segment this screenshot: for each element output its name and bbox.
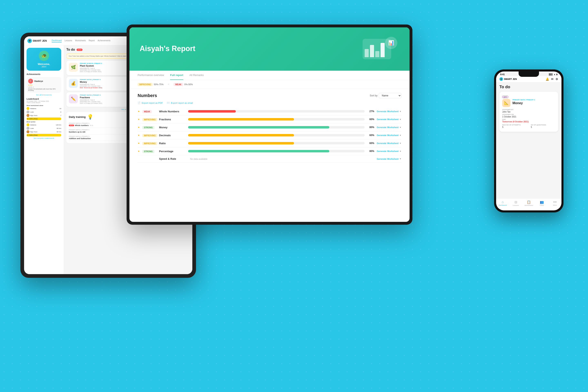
todo-badge: NEW [76, 48, 82, 51]
phone-logo: 🎓 SMART JEN [499, 77, 517, 81]
most-worksheet-label: Most worksheet done [26, 104, 61, 106]
see-leaderboards-link[interactable]: See complete Leaderboards [26, 137, 61, 139]
tablet-left-panel: 🐢 Welcome, John! Achievements 🎯 Hawkeye … [24, 45, 64, 274]
star-decimals: ★ [138, 134, 140, 137]
topic-status-ratio: IMPROVING [142, 141, 157, 145]
generate-btn-ratio[interactable]: Generate Worksheet ▼ [377, 142, 401, 144]
phone-mail-icon[interactable]: ✉ [551, 78, 554, 81]
export-email-label: Export report as email [171, 102, 193, 104]
phone-screen: 9:41 ▌▌▌ ▲ ▮ 🎓 SMART JEN 🔔 ✉ ⚙ To do Q [496, 72, 562, 210]
lb-highlight-row: 4 John (You) [26, 118, 61, 120]
phone-tab-worksheets[interactable]: 📋 Worksheets [522, 200, 535, 206]
nav-dashboard[interactable]: Dashboard [52, 39, 62, 42]
export-pdf-btn[interactable]: 📄 Export report as PDF [138, 102, 163, 104]
lb-row-4: 4 John (You) [26, 118, 61, 120]
sort-dropdown[interactable]: Name Performance [379, 93, 401, 98]
more-tab-icon: ••• [553, 200, 557, 204]
dashboard-tab-label: Dashboard [499, 204, 507, 206]
phone-max-attempts-value: 5 [502, 126, 527, 128]
leaderboard-section: Leaderboard 24 October 2021 - 31 October… [26, 98, 61, 139]
export-email-btn[interactable]: ✉️ Export report as email [167, 102, 193, 104]
topic-bar-fill-ratio [188, 142, 294, 144]
topic-bar-fractions [188, 118, 365, 120]
lb-rank-3: 3 [26, 114, 29, 117]
star-percentage: ★ [138, 150, 140, 152]
nav-report[interactable]: Report [89, 39, 95, 42]
status-badge-money: STRONG [142, 126, 154, 129]
phone-settings-icon[interactable]: ⚙ [556, 78, 558, 81]
phone-tab-class[interactable]: 👥 Class [535, 200, 548, 206]
nav-lessons[interactable]: Lessons [64, 39, 72, 42]
topic-bar-fill-money [188, 126, 329, 128]
lb-name-2: Luke [30, 111, 60, 113]
topic-name-speed-rate: Speed & Rate [159, 157, 186, 160]
topic-bar-percentage [188, 150, 365, 152]
phone-due: Tomorrow (4 October 2021) [502, 120, 555, 123]
status-badge-fractions: IMPROVING [142, 118, 157, 121]
phone-time: 9:41 [500, 73, 505, 76]
chevron-ratio: ▼ [399, 142, 401, 144]
email-icon: ✉️ [167, 102, 170, 104]
assign-icon-1: 🌿 [69, 63, 78, 72]
legend-badge-weak: WEAK [173, 83, 183, 86]
export-bar: 📄 Export report as PDF ✉️ Export report … [138, 102, 401, 104]
phone-tab-more[interactable]: ••• More [548, 200, 562, 206]
achievement-stars: ★★★ [28, 84, 60, 86]
export-pdf-label: Export report as PDF [142, 102, 163, 104]
lb-active-val-1: 128 hrs [56, 124, 61, 126]
wifi-icon: ▲ [554, 73, 556, 76]
phone-tab-lessons[interactable]: ⊟ Lessons [509, 200, 522, 206]
tab-all-remarks[interactable]: All Remarks [189, 71, 204, 80]
phone-logo-icon: 🎓 [499, 77, 503, 81]
phone-status-icons: ▌▌▌ ▲ ▮ [549, 73, 557, 76]
phone-card-badge: QUIZ [502, 96, 508, 98]
phone-notch [519, 72, 539, 77]
tab-performance-overview[interactable]: Performance overview [138, 71, 164, 80]
chevron-speed-rate: ▼ [399, 158, 401, 160]
more-tab-label: More [553, 204, 557, 206]
topic-name-money: Money [159, 126, 186, 129]
topic-pct-percentage: 80% [367, 150, 374, 152]
generate-btn-decimals[interactable]: Generate Worksheet ▼ [377, 134, 401, 136]
phone-bell-icon[interactable]: 🔔 [546, 78, 549, 81]
topic-bar-fill-decimals [188, 134, 294, 136]
phone-no-questions-value: 5 [531, 126, 555, 128]
lb-active-name-3: Mya Yoon [30, 131, 56, 133]
nav-achievements[interactable]: Achievements [98, 39, 110, 42]
donut-chart-icon: 📊 [385, 37, 397, 49]
generate-btn-fractions[interactable]: Generate Worksheet ▼ [377, 118, 401, 120]
topic-row-speed-rate: ★ Speed & Rate No data available Generat… [138, 155, 401, 162]
tab-full-report[interactable]: Full report [170, 71, 183, 80]
topic-bar-ratio [188, 142, 365, 144]
see-achievements-link[interactable]: See all Achievements [26, 94, 61, 96]
lb-active-highlight-rank: 4 [27, 134, 28, 136]
phone-tab-dashboard[interactable]: ⌂ Dashboard [496, 200, 509, 206]
topic-status-percentage: STRONG [142, 149, 157, 153]
generate-btn-money[interactable]: Generate Worksheet ▼ [377, 126, 401, 128]
topic-name-whole-numbers: Whole Numbers [159, 110, 186, 113]
phone-no-questions-label: NO OF QUESTIONS [531, 124, 555, 126]
nav-worksheets[interactable]: Worksheets [75, 39, 86, 42]
generate-btn-percentage[interactable]: Generate Worksheet ▼ [377, 150, 401, 152]
lessons-tab-label: Lessons [513, 204, 519, 206]
lb-active-rank-1: 1 [26, 124, 29, 126]
topic-pct-money: 80% [367, 126, 374, 129]
logo-text: SMART JEN [33, 40, 47, 42]
daily-training-title: Daily training [69, 116, 85, 118]
lb-active-val-3: 80 hrs [57, 131, 61, 133]
lb-val-1: 10 [59, 108, 61, 110]
legend-separator: × [168, 82, 169, 86]
generate-btn-speed-rate[interactable]: Generate Worksheet ▼ [377, 158, 401, 160]
class-tab-label: Class [540, 204, 544, 206]
topic-status-fractions: IMPROVING [142, 118, 157, 121]
topic-pct-whole-numbers: 27% [367, 110, 374, 113]
phone-due-label: DUE [502, 118, 555, 120]
leaderboard-period: 24 October 2021 - 31 October 2021Tuition… [26, 100, 61, 103]
phone-assigned-on-label: ASSIGNED ON [502, 114, 555, 116]
assign-icon-3: ✏️ [69, 94, 78, 103]
phone-card-top: 📐 PRIMARY MATH / PRIMARY 6 Money [502, 99, 555, 107]
topic-row-percentage: ★ STRONG Percentage 80% Generate Workshe… [138, 147, 401, 155]
phone-max-attempts-label: MAX NO OF ATTEMPTS [502, 124, 527, 126]
phone-assigned-on: 1 October 2021 [502, 116, 555, 118]
generate-btn-whole-numbers[interactable]: Generate Worksheet ▼ [377, 110, 401, 112]
